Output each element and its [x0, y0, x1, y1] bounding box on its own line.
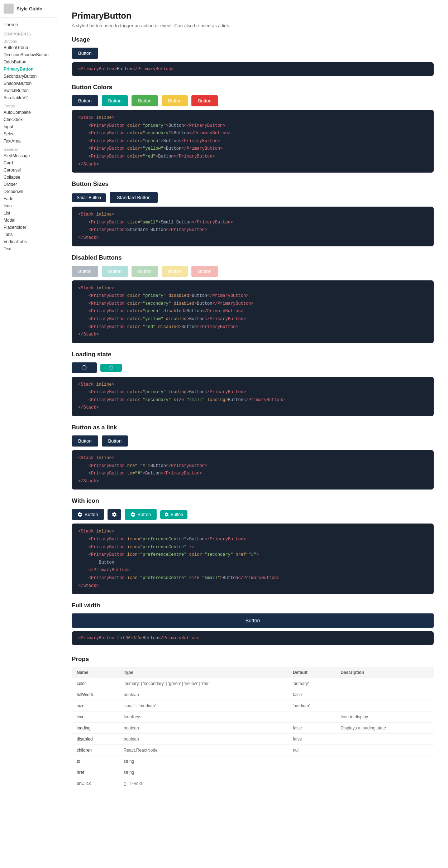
sidebar-item-tabs[interactable]: Tabs	[0, 231, 57, 238]
prop-name: href	[72, 767, 119, 778]
prop-description	[335, 678, 434, 689]
prop-description: Displays a loading state	[335, 723, 434, 734]
sidebar-item-scrollablev2[interactable]: ScrollableV2	[0, 94, 57, 101]
sidebar-item-text[interactable]: Text	[0, 245, 57, 252]
page-subtitle: A styled button used to trigger an actio…	[72, 23, 434, 28]
btn-icon-1[interactable]: Button	[72, 509, 104, 520]
sidebar-item-modal[interactable]: Modal	[0, 217, 57, 224]
sidebar-item-alertmessage[interactable]: AlertMessage	[0, 152, 57, 159]
main-content: PrimaryButton A styled button used to tr…	[57, 0, 448, 868]
table-row: disabled boolean false	[72, 734, 434, 745]
table-row: icon IconKeys Icon to display	[72, 712, 434, 723]
prop-type: 'small' | 'medium'	[119, 700, 288, 712]
btn-icon-2[interactable]	[108, 509, 121, 520]
sidebar-item-shadowbutton[interactable]: ShadowButton	[0, 80, 57, 87]
colors-demo: Button Button Button Button Button	[72, 95, 434, 106]
btn-icon-3[interactable]: Button	[125, 509, 157, 520]
btn-disabled-primary: Button	[72, 266, 98, 277]
sidebar-item-fade[interactable]: Fade	[0, 195, 57, 202]
btn-icon-4-label: Button	[171, 512, 183, 517]
sidebar-item-checkbox[interactable]: Checkbox	[0, 116, 57, 123]
btn-color-green[interactable]: Button	[132, 95, 158, 106]
sidebar-item-icon[interactable]: Icon	[0, 202, 57, 209]
sidebar-group-forms: Forms	[0, 101, 57, 109]
btn-disabled-secondary: Button	[102, 266, 128, 277]
sidebar-group-buttons: Buttons	[0, 37, 57, 44]
sidebar-item-collapse[interactable]: Collapse	[0, 174, 57, 181]
prop-type: boolean	[119, 734, 288, 745]
props-header-description: Description	[335, 667, 434, 678]
table-row: loading boolean false Displays a loading…	[72, 723, 434, 734]
sidebar-item-primarybutton[interactable]: PrimaryButton	[0, 66, 57, 73]
prop-name: disabled	[72, 734, 119, 745]
prop-default: null	[288, 745, 335, 756]
prop-default	[288, 778, 335, 789]
sidebar-item-theme[interactable]: Theme	[0, 20, 57, 29]
section-title-props: Props	[72, 656, 434, 663]
section-title-disabled: Disabled Buttons	[72, 254, 434, 261]
btn-disabled-red: Button	[191, 266, 218, 277]
prop-name: color	[72, 678, 119, 689]
sidebar-item-card[interactable]: Card	[0, 159, 57, 167]
sidebar-title: Style Guide	[16, 6, 42, 11]
sidebar-item-select[interactable]: Select	[0, 130, 57, 138]
btn-loading-secondary[interactable]	[100, 364, 122, 372]
btn-color-yellow[interactable]: Button	[162, 95, 188, 106]
btn-link-2[interactable]: Button	[102, 435, 128, 447]
spinner-secondary	[109, 366, 113, 370]
prop-description	[335, 745, 434, 756]
prop-default	[288, 767, 335, 778]
usage-button[interactable]: Button	[72, 48, 98, 59]
section-title-usage: Usage	[72, 36, 434, 43]
sidebar-logo	[4, 4, 14, 14]
sidebar-item-list[interactable]: List	[0, 209, 57, 217]
disabled-code-block: <Stack inline> <PrimaryButton color="pri…	[72, 280, 434, 343]
sidebar-item-switchbutton[interactable]: SwitchButton	[0, 87, 57, 94]
sidebar-item-buttongroup[interactable]: ButtonGroup	[0, 44, 57, 51]
sidebar-item-carousel[interactable]: Carousel	[0, 167, 57, 174]
sidebar-item-textarea[interactable]: TextArea	[0, 138, 57, 145]
btn-link-1[interactable]: Button	[72, 435, 98, 447]
sidebar-item-input[interactable]: Input	[0, 123, 57, 130]
prop-name: loading	[72, 723, 119, 734]
section-title-colors: Button Colors	[72, 84, 434, 91]
prop-name: children	[72, 745, 119, 756]
props-table: Name Type Default Description color 'pri…	[72, 667, 434, 789]
btn-loading-primary[interactable]	[72, 362, 97, 373]
prop-default	[288, 756, 335, 767]
prop-description	[335, 756, 434, 767]
prop-type: string	[119, 767, 288, 778]
table-row: color 'primary' | 'secondary' | 'green' …	[72, 678, 434, 689]
sidebar-item-secondarybutton[interactable]: SecondaryButton	[0, 73, 57, 80]
btn-color-secondary[interactable]: Button	[102, 95, 128, 106]
sizes-code-block: <Stack inline> <PrimaryButton size="smal…	[72, 207, 434, 246]
sidebar-item-placeholder[interactable]: Placeholder	[0, 224, 57, 231]
prop-type: string	[119, 756, 288, 767]
gear-icon-3	[130, 512, 135, 517]
prop-type: IconKeys	[119, 712, 288, 723]
prop-name: onClick	[72, 778, 119, 789]
section-title-fullwidth: Full width	[72, 602, 434, 609]
btn-icon-1-label: Button	[85, 512, 98, 517]
sidebar-item-oddsbutton[interactable]: OddsButton	[0, 58, 57, 66]
usage-code-block: <PrimaryButton>Button</PrimaryButton>	[72, 62, 434, 76]
link-demo: Button Button	[72, 435, 434, 447]
sidebar-item-dropdown[interactable]: Dropdown	[0, 188, 57, 195]
btn-color-primary[interactable]: Button	[72, 95, 98, 106]
sidebar-item-autocomplete[interactable]: AutoComplete	[0, 109, 57, 116]
btn-color-red[interactable]: Button	[191, 95, 218, 106]
section-title-loading: Loading state	[72, 351, 434, 358]
sidebar-item-verticaltabs[interactable]: VerticalTabs	[0, 238, 57, 245]
btn-full-width[interactable]: Button	[72, 613, 434, 628]
btn-icon-3-label: Button	[138, 512, 151, 517]
prop-type: () => void	[119, 778, 288, 789]
prop-name: fullWidth	[72, 689, 119, 700]
btn-icon-4[interactable]: Button	[160, 510, 187, 519]
sidebar-item-divider[interactable]: Divider	[0, 181, 57, 188]
sizes-demo: Small Button Standard Button	[72, 192, 434, 203]
sidebar-item-directionshadowbutton[interactable]: DirectionShadowButton	[0, 51, 57, 58]
prop-type: boolean	[119, 689, 288, 700]
loading-code-block: <Stack inline> <PrimaryButton color="pri…	[72, 377, 434, 416]
btn-small[interactable]: Small Button	[72, 193, 106, 202]
btn-standard[interactable]: Standard Button	[110, 192, 158, 203]
